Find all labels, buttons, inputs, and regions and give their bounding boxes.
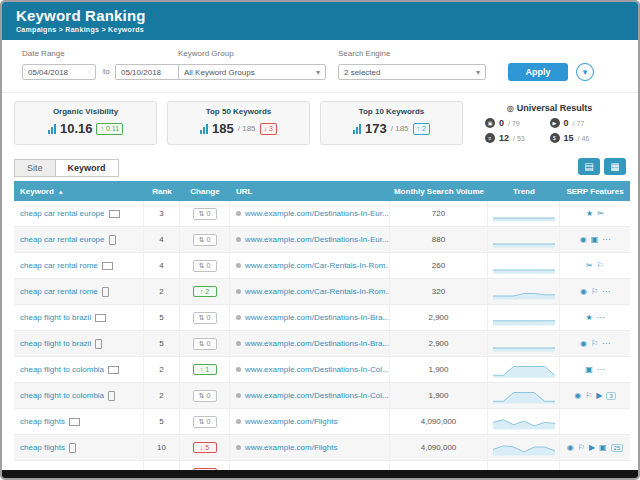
universal-value: 0 [499,118,504,128]
change-value: 2 [422,125,426,132]
keyword-link[interactable]: cheap flights [20,443,65,452]
trend-cell [488,383,560,408]
universal-results-icon: ◎ [507,104,514,113]
apply-button[interactable]: Apply [508,63,568,81]
url-cell: www.example.com/Flights [230,409,390,434]
column-header-url[interactable]: URL [230,187,390,196]
url-link[interactable]: www.example.com/Car-Rentals-In-Rom... [245,261,390,270]
export-button[interactable]: ▤ [578,158,600,175]
keyword-link[interactable]: cheap flight to colombia [20,365,104,374]
bar-chart-icon [353,124,361,134]
universal-result-item: $ 15 / 46 [550,133,615,143]
keyword-group-select[interactable]: ▾ All Keyword Groups [178,64,326,80]
change-cell: ⇅ 0 [180,409,230,434]
desktop-icon [109,210,120,218]
change-cell: ↓ 5 [180,435,230,460]
column-header-monthly-search-volume[interactable]: Monthly Search Volume [390,187,488,196]
url-link[interactable]: www.example.com/Destinations-In-Eur... [245,209,389,218]
card-label: Organic Visibility [15,107,156,116]
column-header-change[interactable]: Change [180,187,230,196]
change-cell: ↑ 1 [180,357,230,382]
keyword-link[interactable]: cheap flight to colombia [20,391,104,400]
url-link[interactable]: www.example.com/Destinations-In-Eur... [245,235,389,244]
url-status-icon [236,341,241,346]
trend-sparkline [492,284,556,300]
keyword-link[interactable]: cheap flights [20,417,65,426]
app-window: Keyword Ranking Campaigns > Rankings > K… [0,0,640,480]
column-header-keyword[interactable]: Keyword▲ [14,187,144,196]
change-badge: ⇅ 0 [193,260,217,272]
local-icon: ⚐ [597,261,604,270]
keyword-link[interactable]: cheap car rental europe [20,235,105,244]
change-badge: ⇅ 0 [193,234,217,246]
url-cell: www.example.com/Destinations-In-Col... [230,383,390,408]
url-link[interactable]: www.example.com/Destinations-In-Bra... [245,313,389,322]
trend-cell [488,201,560,226]
search-engine-select[interactable]: ▾ 2 selected [338,64,486,80]
column-header-rank[interactable]: Rank [144,187,180,196]
serp-features-cell: ★✂ [560,201,630,226]
trend-cell [488,435,560,460]
keyword-link[interactable]: cheap car rental europe [20,209,105,218]
keyword-link[interactable]: cheap flight to brazil [20,313,91,322]
images-icon: ▣ [599,443,607,452]
table-row: cheap flight to brazil5⇅ 0www.example.co… [14,331,630,357]
column-header-serp-features[interactable]: SERP Features [560,187,630,196]
table-row: cheap flight to colombia2⇅ 0www.example.… [14,383,630,409]
universal-result-item: ▶ 0 / 77 [550,118,615,128]
url-link[interactable]: www.example.com/Car-Rentals-In-Rom... [245,287,390,296]
trend-sparkline [492,258,556,274]
url-link[interactable]: www.example.com/Flights [245,443,337,452]
desktop-icon [108,366,119,374]
universal-results-label: Universal Results [517,103,593,113]
url-link[interactable]: www.example.com/Flights [245,417,337,426]
ads-icon: ◉ [567,443,574,452]
url-status-icon [236,445,241,450]
card-value: 185 [212,121,234,136]
url-link[interactable]: www.example.com/Destinations-In-Col... [245,391,389,400]
rank-value: 10 [144,435,180,460]
serp-features-cell: ▣⋯ [560,357,630,382]
change-cell: ⇅ 0 [180,383,230,408]
keyword-group-label: Keyword Group [178,49,234,58]
columns-button[interactable]: ▦ [604,158,626,175]
url-cell: www.example.com/Destinations-In-Col... [230,357,390,382]
universal-total: / 53 [513,135,525,142]
date-from-input[interactable]: 05/04/2018 [22,64,96,80]
keyword-link[interactable]: cheap car rental rome [20,261,98,270]
keyword-link[interactable]: cheap car rental rome [20,287,98,296]
url-link[interactable]: www.example.com/Destinations-In-Col... [245,365,389,374]
change-cell: ⇅ 0 [180,253,230,278]
url-link[interactable]: www.example.com/Destinations-In-Bra... [245,339,389,348]
keyword-link[interactable]: cheap flight to brazil [20,339,91,348]
universal-total: / 77 [573,120,585,127]
column-header-trend[interactable]: Trend [488,187,560,196]
tab-keyword[interactable]: Keyword [56,159,119,177]
trend-cell [488,253,560,278]
change-badge: ↓ 5 [193,442,217,453]
change-badge: ↑ 1 [193,364,217,375]
rank-value: 4 [144,253,180,278]
universal-total: / 79 [508,120,520,127]
breadcrumb[interactable]: Campaigns > Rankings > Keywords [16,26,624,33]
tab-site[interactable]: Site [14,159,56,177]
url-status-icon [236,211,241,216]
video-icon: ▶ [589,443,595,452]
url-status-icon [236,393,241,398]
sitelinks-icon: ✂ [597,209,604,218]
search-volume-value: 4,090,000 [390,409,488,434]
table-row: cheap flights5⇅ 0www.example.com/Flights… [14,409,630,435]
trend-sparkline [492,232,556,248]
reviews-icon: ★ [585,313,592,322]
top50-keywords-card: Top 50 Keywords 185 / 185 ↓ 3 [167,101,310,145]
url-status-icon [236,237,241,242]
chevron-down-icon: ▾ [316,65,320,81]
columns-icon: ▦ [610,161,619,172]
images-icon: ▣ [485,118,495,128]
bottom-bar [2,470,638,478]
collapse-filters-button[interactable]: ▾ [576,63,594,81]
serp-features-cell: ◉⚐⋯ [560,279,630,304]
search-volume-value: 1,900 [390,383,488,408]
chevron-down-icon: ▾ [583,67,588,77]
trend-cell [488,357,560,382]
